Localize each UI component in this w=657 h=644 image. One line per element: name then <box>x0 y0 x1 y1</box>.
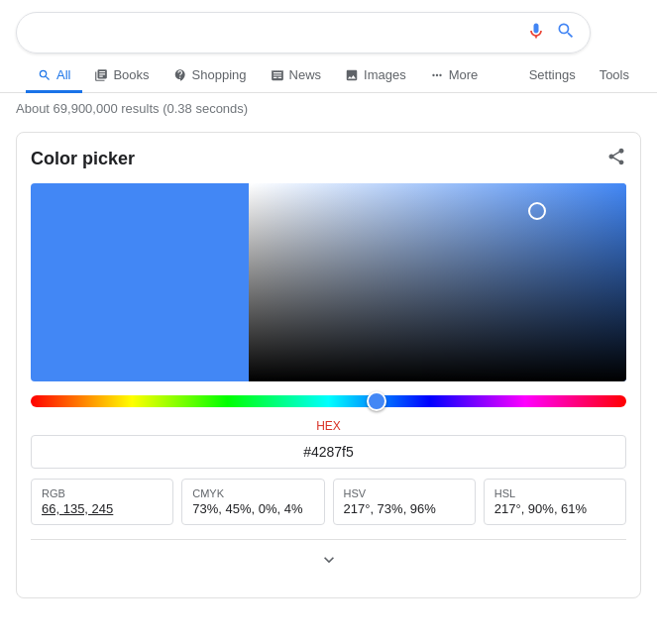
nav-tabs: All Books Shopping News Images More Sett… <box>16 54 641 92</box>
tab-shopping-label: Shopping <box>192 67 247 82</box>
search-icons <box>526 21 576 45</box>
settings-tab[interactable]: Settings <box>517 59 588 93</box>
gradient-panel[interactable] <box>249 183 626 381</box>
results-summary: About 69,900,000 results (0.38 seconds) <box>16 101 248 116</box>
tab-news-label: News <box>289 67 322 82</box>
search-icon[interactable] <box>556 21 576 45</box>
hex-input[interactable]: #4287f5 <box>31 435 626 469</box>
rgb-value: 66, 135, 245 <box>42 501 163 516</box>
color-values-grid: RGB 66, 135, 245 CMYK 73%, 45%, 0%, 4% H… <box>31 479 626 525</box>
news-tab-icon <box>271 68 284 82</box>
hsv-value: 217°, 73%, 96% <box>344 501 465 516</box>
tools-label: Tools <box>600 67 629 82</box>
tab-more-label: More <box>449 67 479 82</box>
expand-area[interactable] <box>31 539 626 584</box>
search-input-wrapper: color picker <box>16 12 591 54</box>
hue-slider-area <box>31 395 626 407</box>
shopping-tab-icon <box>173 68 187 82</box>
tab-all[interactable]: All <box>26 59 82 93</box>
tab-shopping[interactable]: Shopping <box>162 59 259 93</box>
tab-images-label: Images <box>364 67 406 82</box>
tab-all-label: All <box>56 67 70 82</box>
card-title: Color picker <box>31 149 135 169</box>
search-bar-area: color picker All Books <box>0 0 657 93</box>
hex-value: #4287f5 <box>303 444 354 460</box>
share-icon[interactable] <box>606 147 626 171</box>
color-cursor[interactable] <box>528 202 546 220</box>
hex-section: HEX #4287f5 <box>31 419 626 469</box>
cmyk-label: CMYK <box>192 487 313 499</box>
nav-right: Settings Tools <box>517 59 641 92</box>
hsv-box[interactable]: HSV 217°, 73%, 96% <box>333 479 476 525</box>
hue-slider-track[interactable] <box>31 395 626 407</box>
tab-books-label: Books <box>113 67 149 82</box>
color-picker-card: Color picker HEX #4287f5 RGB 66, 135, 24… <box>16 132 641 598</box>
settings-label: Settings <box>529 67 576 82</box>
chevron-down-icon <box>319 550 339 570</box>
cmyk-value: 73%, 45%, 0%, 4% <box>192 501 313 516</box>
more-tab-icon <box>430 68 444 82</box>
tab-more[interactable]: More <box>418 59 491 93</box>
tools-tab[interactable]: Tools <box>588 59 641 93</box>
cmyk-box[interactable]: CMYK 73%, 45%, 0%, 4% <box>181 479 324 525</box>
hsl-box[interactable]: HSL 217°, 90%, 61% <box>484 479 626 525</box>
rgb-box[interactable]: RGB 66, 135, 245 <box>31 479 173 525</box>
hsv-label: HSV <box>344 487 465 499</box>
search-tab-icon <box>38 68 52 82</box>
images-tab-icon <box>345 68 359 82</box>
color-display-area[interactable] <box>31 183 626 381</box>
gradient-panel-inner[interactable] <box>249 183 626 381</box>
solid-color-panel[interactable] <box>31 183 249 381</box>
hex-label: HEX <box>31 419 626 433</box>
rgb-label: RGB <box>42 487 163 499</box>
hue-thumb[interactable] <box>367 391 386 411</box>
card-header: Color picker <box>31 147 626 171</box>
tab-images[interactable]: Images <box>333 59 418 93</box>
mic-icon[interactable] <box>526 21 546 45</box>
books-tab-icon <box>94 68 108 82</box>
hsl-value: 217°, 90%, 61% <box>494 501 615 516</box>
results-info: About 69,900,000 results (0.38 seconds) <box>0 93 657 124</box>
tab-news[interactable]: News <box>259 59 334 93</box>
search-input[interactable]: color picker <box>31 24 526 42</box>
hsl-label: HSL <box>494 487 615 499</box>
tab-books[interactable]: Books <box>82 59 161 93</box>
